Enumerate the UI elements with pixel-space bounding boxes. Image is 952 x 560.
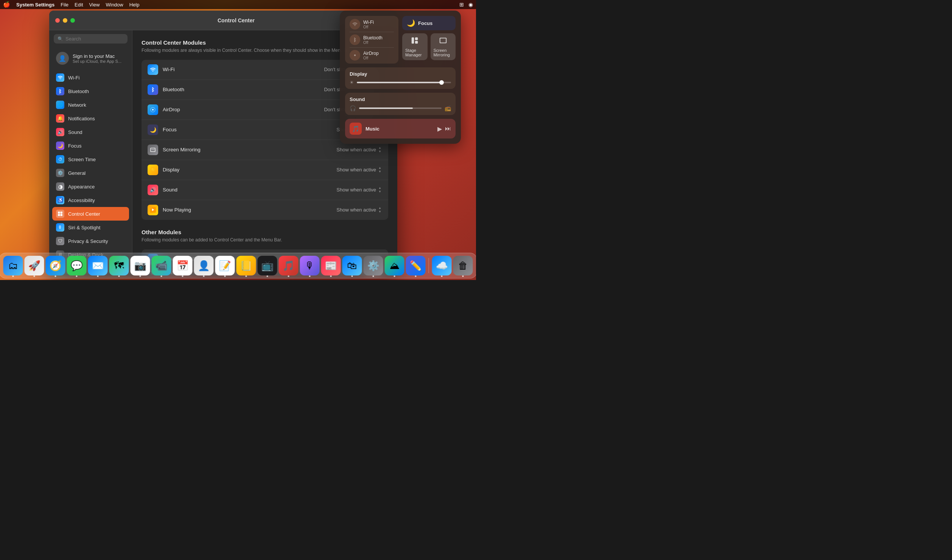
dock-item-reminders[interactable]: 📝 bbox=[215, 256, 235, 275]
sidebar-item-controlcenter[interactable]: Control Center bbox=[52, 207, 129, 221]
sign-in-subtitle: Set up iCloud, the App S... bbox=[73, 59, 121, 64]
module-nowplaying-stepper[interactable]: ▲ ▼ bbox=[378, 206, 382, 213]
sidebar-item-accessibility[interactable]: ♿ Accessibility bbox=[52, 193, 129, 207]
module-sound-stepper[interactable]: ▲ ▼ bbox=[378, 186, 382, 193]
cc-airdrop-text: AirDrop Off bbox=[363, 51, 379, 60]
svg-rect-2 bbox=[58, 214, 60, 216]
menubar-control-center-icon[interactable]: ⊞ bbox=[459, 2, 464, 8]
dock-item-podcasts[interactable]: 🎙 bbox=[300, 256, 320, 275]
dock-item-tapai[interactable]: ✏️ bbox=[406, 256, 426, 275]
cc-wifi-sub: Off bbox=[363, 25, 374, 29]
notifications-icon: 🔔 bbox=[56, 114, 64, 123]
sidebar-label-siri: Siri & Spotlight bbox=[68, 225, 100, 230]
dock-item-safari[interactable]: 🧭 bbox=[46, 256, 65, 275]
sidebar-label-sound: Sound bbox=[68, 129, 82, 135]
cc-music-play-icon[interactable]: ▶ bbox=[437, 125, 442, 132]
search-icon: 🔍 bbox=[58, 36, 63, 42]
search-input[interactable] bbox=[65, 36, 124, 42]
dock-item-finder[interactable]: 🗂 bbox=[3, 256, 23, 275]
dock-item-calendar[interactable]: 📅 bbox=[173, 256, 193, 275]
cc-display-section: Display ☀ bbox=[345, 67, 456, 89]
cc-music-forward-icon[interactable]: ⏭ bbox=[445, 125, 451, 132]
dock-item-icloud[interactable]: ☁️ bbox=[432, 256, 452, 275]
cc-display-slider[interactable] bbox=[357, 82, 451, 83]
dock-item-photos[interactable]: 📷 bbox=[131, 256, 150, 275]
cc-bluetooth-item[interactable]: ᛒ Bluetooth Off bbox=[350, 34, 394, 45]
cc-sound-section: Sound 🎧 📻 bbox=[345, 93, 456, 115]
sidebar-label-focus: Focus bbox=[68, 143, 81, 149]
sidebar-item-privacy[interactable]: 🛡 Privacy & Security bbox=[52, 234, 129, 248]
cc-focus-tile[interactable]: 🌙 Focus bbox=[402, 16, 456, 30]
maximize-button[interactable] bbox=[70, 18, 75, 23]
sidebar-label-notifications: Notifications bbox=[68, 116, 95, 121]
dock-item-launchpad[interactable]: 🚀 bbox=[25, 256, 44, 275]
appearance-icon: ◑ bbox=[56, 182, 64, 191]
cc-focus-icon: 🌙 bbox=[407, 19, 415, 27]
menubar-siri-icon[interactable]: ◉ bbox=[468, 2, 473, 8]
cc-stage-manager-btn[interactable]: Stage Manager bbox=[402, 33, 428, 60]
sidebar-item-appearance[interactable]: ◑ Appearance bbox=[52, 180, 129, 193]
cc-display-slider-fill bbox=[357, 82, 442, 83]
sign-in-avatar: 👤 bbox=[56, 52, 69, 65]
module-icon-nowplaying: ▶️ bbox=[148, 205, 158, 215]
minimize-button[interactable] bbox=[63, 18, 67, 23]
dock-item-contacts[interactable]: 👤 bbox=[194, 256, 214, 275]
cc-network-group: Wi-Fi Off ᛒ Bluetooth Off bbox=[345, 16, 398, 64]
module-row-display: ☀️ Display Show when active ▲ ▼ bbox=[142, 160, 388, 180]
module-name-focus: Focus bbox=[163, 127, 336, 132]
menubar-file[interactable]: File bbox=[61, 2, 68, 8]
module-display-stepper[interactable]: ▲ ▼ bbox=[378, 166, 382, 173]
dock-item-notes[interactable]: 📒 bbox=[236, 256, 256, 275]
menubar-app-name[interactable]: System Settings bbox=[16, 2, 54, 8]
sidebar-label-privacy: Privacy & Security bbox=[68, 238, 108, 244]
dock-item-messages[interactable]: 💬 bbox=[67, 256, 87, 275]
screentime-icon: ⏱ bbox=[56, 155, 64, 163]
module-icon-wifi bbox=[148, 64, 158, 75]
cc-wifi-item[interactable]: Wi-Fi Off bbox=[350, 19, 394, 30]
dock-item-facetime[interactable]: 📹 bbox=[152, 256, 171, 275]
dock-item-altool[interactable]: ⛰ bbox=[385, 256, 404, 275]
sidebar-item-screentime[interactable]: ⏱ Screen Time bbox=[52, 152, 129, 166]
sidebar-item-network[interactable]: 🌐 Network bbox=[52, 98, 129, 112]
cc-focus-right: 🌙 Focus Stage Manager bbox=[402, 16, 456, 64]
dock-item-maps[interactable]: 🗺 bbox=[109, 256, 129, 275]
search-bar-container: 🔍 bbox=[49, 30, 132, 47]
sidebar-item-focus[interactable]: 🌙 Focus bbox=[52, 139, 129, 152]
menubar-help[interactable]: Help bbox=[129, 2, 140, 8]
section2-title: Other Modules bbox=[142, 229, 388, 235]
sidebar-item-wifi[interactable]: Wi-Fi bbox=[52, 71, 129, 84]
menubar-view[interactable]: View bbox=[89, 2, 100, 8]
module-screenmirroring-stepper[interactable]: ▲ ▼ bbox=[378, 146, 382, 153]
menubar-edit[interactable]: Edit bbox=[75, 2, 83, 8]
search-wrapper[interactable]: 🔍 bbox=[54, 34, 128, 44]
module-sound-value: Show when active bbox=[336, 187, 376, 193]
dock-item-mail[interactable]: ✉️ bbox=[88, 256, 108, 275]
menubar-window[interactable]: Window bbox=[106, 2, 123, 8]
svg-point-5 bbox=[354, 54, 356, 56]
sidebar-sign-in[interactable]: 👤 Sign in to your Mac Set up iCloud, the… bbox=[52, 49, 129, 68]
module-name-display: Display bbox=[163, 167, 336, 173]
cc-airdrop-icon bbox=[350, 50, 360, 61]
cc-sound-slider[interactable] bbox=[359, 107, 442, 109]
sidebar-item-general[interactable]: ⚙️ General bbox=[52, 166, 129, 180]
module-icon-sound: 🔊 bbox=[148, 185, 158, 195]
sidebar-item-notifications[interactable]: 🔔 Notifications bbox=[52, 112, 129, 125]
focus-icon: 🌙 bbox=[56, 142, 64, 150]
cc-screen-mirroring-btn[interactable]: Screen Mirroring bbox=[431, 33, 456, 60]
cc-bluetooth-text: Bluetooth Off bbox=[363, 35, 383, 45]
sidebar-item-sound[interactable]: 🔊 Sound bbox=[52, 125, 129, 139]
dock-item-news[interactable]: 📰 bbox=[321, 256, 341, 275]
dock-item-appletv[interactable]: 📺 bbox=[258, 256, 277, 275]
cc-stage-manager-label: Stage Manager bbox=[405, 48, 425, 57]
sidebar-item-siri[interactable]: 🎙 Siri & Spotlight bbox=[52, 221, 129, 234]
sidebar-item-bluetooth[interactable]: ᛒ Bluetooth bbox=[52, 84, 129, 98]
dock-item-appstore[interactable]: 🛍 bbox=[342, 256, 362, 275]
close-button[interactable] bbox=[55, 18, 60, 23]
module-icon-screenmirroring bbox=[148, 145, 158, 155]
dock-item-trash[interactable]: 🗑 bbox=[453, 256, 473, 275]
dock-item-music[interactable]: 🎵 bbox=[279, 256, 299, 275]
cc-airdrop-item[interactable]: AirDrop Off bbox=[350, 50, 394, 61]
apple-menu[interactable]: 🍎 bbox=[3, 1, 10, 8]
dock-item-systemprefs[interactable]: ⚙️ bbox=[364, 256, 383, 275]
menubar-left: 🍎 System Settings File Edit View Window … bbox=[3, 1, 139, 8]
